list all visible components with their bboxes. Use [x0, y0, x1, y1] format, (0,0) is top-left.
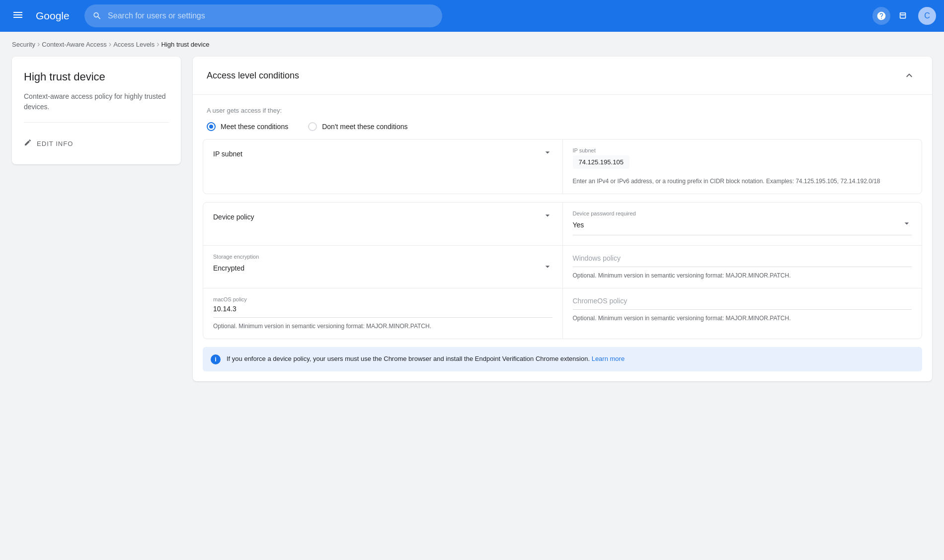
- ip-subnet-value-cell: IP subnet 74.125.195.105 Enter an IPv4 o…: [563, 140, 922, 194]
- info-bar: i If you enforce a device policy, your u…: [203, 347, 922, 371]
- app-logo: Google Google Admin: [36, 10, 73, 22]
- macos-policy-hint: Optional. Minimum version in semantic ve…: [213, 322, 552, 331]
- edit-info-button[interactable]: EDIT INFO: [24, 135, 169, 152]
- header-actions: C: [872, 6, 936, 26]
- device-policy-dropdown-cell: Device policy: [203, 203, 563, 245]
- radio-group: Meet these conditions Don't meet these c…: [207, 122, 918, 131]
- search-icon: [92, 11, 102, 21]
- breadcrumb-access-levels[interactable]: Access Levels: [113, 41, 155, 48]
- page-title: High trust device: [24, 70, 169, 83]
- learn-more-link[interactable]: Learn more: [592, 355, 625, 362]
- storage-encryption-arrow-icon[interactable]: [543, 262, 552, 274]
- device-password-dropdown[interactable]: Yes: [573, 218, 912, 235]
- info-text: If you enforce a device policy, your use…: [227, 354, 625, 364]
- storage-encryption-value: Encrypted: [213, 264, 244, 272]
- radio-meet-circle: [207, 122, 216, 131]
- info-icon: i: [211, 354, 221, 364]
- edit-info-label: EDIT INFO: [37, 140, 73, 147]
- device-policy-row2: Storage encryption Encrypted Windows pol…: [203, 246, 922, 288]
- panel-header: Access level conditions: [193, 57, 932, 95]
- device-policy-label: Device policy: [213, 213, 254, 221]
- ip-subnet-row: IP subnet IP subnet 74.125.195.105 Enter…: [203, 140, 922, 194]
- apps-icon[interactable]: [894, 6, 914, 26]
- chromeos-policy-cell: ChromeOS policy Optional. Minimum versio…: [563, 288, 922, 339]
- macos-policy-label: macOS policy: [213, 296, 552, 302]
- ip-subnet-card: IP subnet IP subnet 74.125.195.105 Enter…: [203, 139, 922, 194]
- radio-meet-option[interactable]: Meet these conditions: [207, 122, 288, 131]
- chromeos-policy-input[interactable]: ChromeOS policy: [573, 297, 628, 305]
- conditions-title: Access level conditions: [207, 70, 299, 81]
- menu-icon[interactable]: [8, 5, 28, 27]
- ip-subnet-label: IP subnet: [213, 150, 242, 158]
- ip-subnet-arrow-icon[interactable]: [543, 147, 552, 160]
- radio-dont-meet-label: Don't meet these conditions: [322, 123, 407, 131]
- ip-subnet-dropdown[interactable]: IP subnet: [213, 147, 552, 160]
- device-policy-row3: macOS policy 10.14.3 Optional. Minimum v…: [203, 288, 922, 339]
- device-policy-arrow-icon[interactable]: [543, 210, 552, 223]
- device-password-value: Yes: [573, 221, 584, 229]
- support-icon[interactable]: [872, 7, 890, 25]
- page-description: Context-aware access policy for highly t…: [24, 91, 169, 123]
- storage-encryption-cell: Storage encryption Encrypted: [203, 246, 563, 288]
- radio-dont-meet-circle: [308, 122, 317, 131]
- macos-policy-value[interactable]: 10.14.3: [213, 305, 236, 313]
- breadcrumb-context-aware[interactable]: Context-Aware Access: [42, 41, 107, 48]
- macos-policy-cell: macOS policy 10.14.3 Optional. Minimum v…: [203, 288, 563, 339]
- windows-policy-input[interactable]: Windows policy: [573, 254, 621, 262]
- collapse-button[interactable]: [900, 67, 918, 84]
- svg-text:Google: Google: [36, 10, 70, 21]
- pencil-icon: [24, 139, 32, 148]
- ip-subnet-field-label: IP subnet: [573, 147, 912, 153]
- main-layout: High trust device Context-aware access p…: [0, 57, 944, 393]
- windows-policy-cell: Windows policy Optional. Minimum version…: [563, 246, 922, 288]
- device-password-cell: Device password required Yes: [563, 203, 922, 245]
- conditions-section: A user gets access if they: Meet these c…: [193, 95, 932, 139]
- search-input[interactable]: [108, 11, 434, 20]
- breadcrumb-current: High trust device: [161, 41, 210, 48]
- app-header: Google Google Admin C: [0, 0, 944, 32]
- device-policy-row1: Device policy Device password required Y…: [203, 203, 922, 246]
- radio-meet-label: Meet these conditions: [221, 123, 288, 131]
- chromeos-policy-hint: Optional. Minimum version in semantic ve…: [573, 314, 912, 323]
- storage-encryption-label: Storage encryption: [213, 254, 552, 260]
- device-policy-card: Device policy Device password required Y…: [203, 202, 922, 339]
- avatar[interactable]: C: [918, 7, 936, 25]
- right-panel: Access level conditions A user gets acce…: [193, 57, 932, 381]
- search-bar[interactable]: [84, 4, 442, 27]
- ip-subnet-value: 74.125.195.105: [573, 155, 629, 169]
- breadcrumb-security[interactable]: Security: [12, 41, 35, 48]
- radio-dont-meet-option[interactable]: Don't meet these conditions: [308, 122, 407, 131]
- breadcrumb-sep-1: ›: [37, 40, 40, 49]
- ip-subnet-hint: Enter an IPv4 or IPv6 address, or a rout…: [573, 177, 912, 186]
- storage-encryption-dropdown[interactable]: Encrypted: [213, 262, 552, 274]
- breadcrumb: Security › Context-Aware Access › Access…: [0, 32, 944, 57]
- device-policy-dropdown[interactable]: Device policy: [213, 210, 552, 223]
- ip-subnet-dropdown-cell: IP subnet: [203, 140, 563, 194]
- left-panel: High trust device Context-aware access p…: [12, 57, 181, 164]
- conditions-label: A user gets access if they:: [207, 107, 918, 114]
- breadcrumb-sep-3: ›: [157, 40, 159, 49]
- breadcrumb-sep-2: ›: [109, 40, 111, 49]
- windows-policy-hint: Optional. Minimum version in semantic ve…: [573, 271, 912, 280]
- device-password-label: Device password required: [573, 210, 912, 216]
- device-password-arrow-icon[interactable]: [902, 218, 912, 231]
